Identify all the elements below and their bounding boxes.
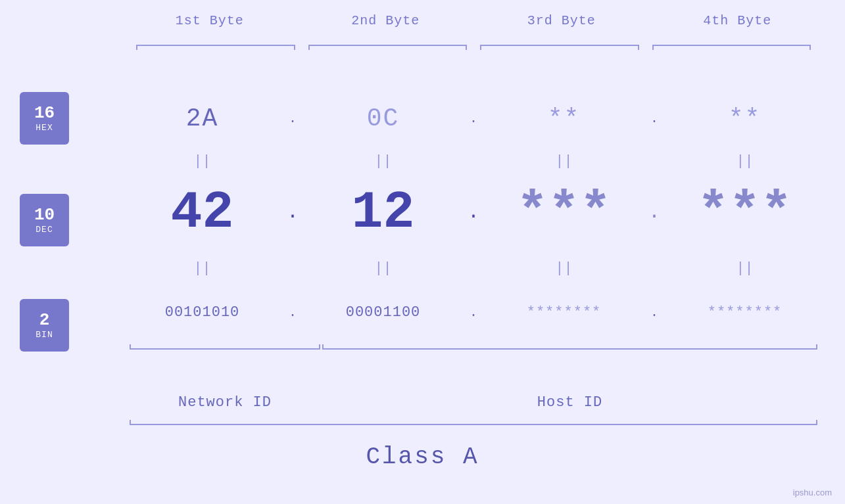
- hex-badge-number: 16: [34, 104, 55, 123]
- bin-byte2: 00001100: [302, 304, 464, 321]
- byte-headers: 1st Byte 2nd Byte 3rd Byte 4th Byte: [122, 13, 825, 28]
- bin-dot1: .: [283, 305, 302, 320]
- watermark: ipshu.com: [793, 488, 832, 497]
- host-bracket: [322, 348, 817, 350]
- bin-dot3: .: [644, 305, 664, 320]
- bin-dot2: .: [464, 305, 483, 320]
- network-id-label: Network ID: [130, 394, 320, 411]
- hex-byte4: **: [664, 104, 825, 133]
- hex-dot3: .: [644, 111, 664, 126]
- hex-byte2: 0C: [302, 104, 464, 133]
- eq2-byte2: ||: [302, 260, 464, 277]
- dec-dot2: .: [464, 201, 483, 223]
- byte3-header: 3rd Byte: [473, 13, 650, 28]
- hex-dot1: .: [283, 111, 302, 126]
- dec-row: 42 . 12 . *** . ***: [122, 176, 825, 248]
- class-label: Class A: [0, 444, 845, 470]
- eq1-byte1: ||: [122, 153, 283, 170]
- network-bracket: [130, 348, 320, 350]
- hex-byte1: 2A: [122, 104, 283, 133]
- dec-byte1: 42: [122, 183, 283, 242]
- eq1-byte2: ||: [302, 153, 464, 170]
- dec-byte3: ***: [483, 183, 644, 242]
- bracket-byte3: [480, 45, 639, 46]
- dec-dot1: .: [283, 201, 302, 223]
- top-brackets: [130, 45, 817, 46]
- equals-row-2: || || || ||: [122, 255, 825, 281]
- byte4-header: 4th Byte: [650, 13, 826, 28]
- bin-badge: 2 BIN: [20, 299, 69, 352]
- bin-byte3: ********: [483, 304, 644, 321]
- hex-badge: 16 HEX: [20, 92, 69, 145]
- bin-row: 00101010 . 00001100 . ******** . *******…: [122, 286, 825, 338]
- hex-badge-label: HEX: [36, 123, 53, 133]
- dec-byte2: 12: [302, 183, 464, 242]
- dec-byte4: ***: [664, 183, 825, 242]
- byte1-header: 1st Byte: [122, 13, 298, 28]
- bracket-byte1: [136, 45, 295, 46]
- bin-byte4: ********: [664, 304, 825, 321]
- main-container: 1st Byte 2nd Byte 3rd Byte 4th Byte: [0, 0, 845, 504]
- host-id-label: Host ID: [322, 394, 817, 411]
- hex-byte3: **: [483, 104, 644, 133]
- eq2-byte1: ||: [122, 260, 283, 277]
- byte2-header: 2nd Byte: [298, 13, 474, 28]
- hex-dot2: .: [464, 111, 483, 126]
- bin-byte1: 00101010: [122, 304, 283, 321]
- hex-row: 2A . 0C . ** . **: [122, 94, 825, 143]
- dec-badge-number: 10: [34, 206, 55, 225]
- eq2-byte4: ||: [664, 260, 825, 277]
- bracket-byte4: [652, 45, 811, 46]
- dec-badge-label: DEC: [36, 225, 53, 235]
- eq2-byte3: ||: [483, 260, 644, 277]
- bracket-byte2: [308, 45, 468, 46]
- class-bracket: [130, 424, 817, 425]
- eq1-byte3: ||: [483, 153, 644, 170]
- dec-badge: 10 DEC: [20, 194, 69, 246]
- bin-badge-number: 2: [39, 311, 50, 330]
- bin-badge-label: BIN: [36, 330, 53, 340]
- equals-row-1: || || || ||: [122, 148, 825, 174]
- dec-dot3: .: [644, 201, 664, 223]
- eq1-byte4: ||: [664, 153, 825, 170]
